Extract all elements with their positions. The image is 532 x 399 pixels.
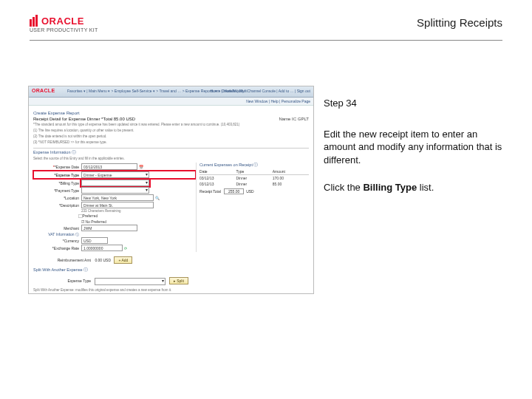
- label-merchant: Merchant: [64, 226, 79, 231]
- receipt-total-value: 255.00: [224, 188, 244, 194]
- app-subbar: New Window | Help | Personalize Page: [29, 98, 313, 106]
- th-type: Type: [236, 169, 272, 174]
- currency-field[interactable]: USD: [81, 237, 108, 244]
- row-payment-type: *Payment Type: [33, 187, 196, 194]
- window-links[interactable]: New Window | Help | Personalize Page: [29, 98, 313, 105]
- app-screenshot: ORACLE Favorites ▾ | Main Menu ▾ > Emplo…: [28, 86, 314, 294]
- step-label: Step 34: [324, 97, 504, 110]
- split-button[interactable]: ▸ Split: [169, 277, 188, 284]
- label-billing-type: *Billing Type: [59, 181, 79, 185]
- label-payment-type: *Payment Type: [54, 188, 79, 193]
- instruction-panel: Step 34 Edit the new receipt item to ent…: [324, 97, 504, 209]
- note-4: (3) *NOT REIMBURSED >> for this expense …: [33, 140, 309, 145]
- exchange-rate-field[interactable]: 1.00000000: [81, 245, 123, 251]
- split-footnote: Split With Another Expense: modifies thi…: [33, 288, 309, 292]
- expense-type-field[interactable]: Dinner - Expense: [81, 171, 149, 178]
- split-type-label: Expense Type: [33, 279, 94, 283]
- nonpreferred-checkbox[interactable]: ☑ No Preferred: [81, 219, 106, 224]
- form-right-column: Current Expenses on Receipt ⓘ Date Type …: [196, 163, 309, 252]
- preferred-checkbox[interactable]: ⃞ Preferred: [81, 214, 98, 219]
- th-date: Date: [200, 169, 236, 174]
- receipt-title: Receipt Detail for Expense Dinner *Total…: [33, 117, 309, 121]
- label-expense-type: *Expense Type: [54, 173, 79, 177]
- reimbursement-row: Reimbursement Amt 0.00 USD + Add: [33, 256, 309, 264]
- action-prefix: Click the: [324, 182, 363, 193]
- current-expenses-header: Current Expenses on Receipt ⓘ: [200, 163, 309, 168]
- label-description: *Description: [59, 203, 79, 208]
- row-chars-remaining: 233 Characters Remaining: [33, 209, 196, 213]
- brand-subtitle: USER PRODUCTIVITY KIT: [30, 27, 98, 33]
- payment-type-field[interactable]: [81, 187, 149, 194]
- receipt-total-label: Receipt Total: [200, 189, 221, 194]
- report-name: Name IC GPLT: [279, 117, 309, 121]
- row-billing-type: *Billing Type: [33, 180, 196, 186]
- app-topbar: ORACLE Favorites ▾ | Main Menu ▾ > Emplo…: [29, 86, 313, 98]
- reimb-label: Reimbursement Amt: [33, 258, 94, 262]
- label-currency: *Currency: [63, 239, 79, 243]
- description-field[interactable]: Dinner at Main St.: [81, 202, 154, 208]
- label-location: *Location: [64, 196, 79, 200]
- note-3: (2) The date entered is not within the o…: [33, 134, 309, 139]
- table-header: Date Type Amount: [200, 169, 309, 175]
- lookup-icon[interactable]: 🔍: [155, 196, 160, 200]
- calendar-icon[interactable]: 📅: [139, 165, 143, 169]
- reimb-value: 0.00 USD: [95, 258, 111, 262]
- instruction-body: Edit the new receipt item to enter an am…: [324, 128, 504, 167]
- billing-type-field[interactable]: [81, 180, 149, 186]
- row-currency: *Currency USD: [33, 237, 196, 244]
- row-exchange-rate: *Exchange Rate 1.00000000 ⟳: [33, 245, 196, 251]
- row-description: *Description Dinner at Main St.: [33, 202, 196, 208]
- row-expense-type: *Expense Type Dinner - Expense: [33, 171, 196, 179]
- form-left-column: **Expense Date 03/12/2013 📅 *Expense Typ…: [33, 163, 196, 252]
- expense-info-header: Expense Information ⓘ: [33, 148, 309, 155]
- receipt-total-ccy: USD: [246, 189, 254, 194]
- split-header: Split With Another Expense ⓘ: [33, 267, 309, 273]
- expense-date-field[interactable]: 03/12/2013: [81, 163, 137, 170]
- vat-link[interactable]: VAT Information ⓘ: [33, 232, 81, 236]
- row-vat: VAT Information ⓘ: [33, 232, 196, 236]
- oracle-logo: ORACLE USER PRODUCTIVITY KIT: [30, 13, 98, 33]
- chars-remaining: 233 Characters Remaining: [81, 209, 121, 213]
- topbar-links[interactable]: Home | Worklist | MultiChannel Console |…: [211, 89, 310, 93]
- header-rule: [30, 40, 502, 41]
- receipt-total-row: Receipt Total 255.00 USD: [200, 189, 309, 194]
- rate-icon[interactable]: ⟳: [124, 246, 127, 250]
- note-1: *The standard amount for this type of ex…: [33, 123, 309, 127]
- app-logo: ORACLE: [32, 88, 55, 93]
- split-row: Expense Type ▸ Split: [33, 277, 309, 285]
- add-button[interactable]: + Add: [114, 256, 132, 264]
- table-row[interactable]: 03/12/13 Dinner 170.00: [200, 175, 309, 181]
- section-heading: Create Expense Report: [33, 111, 309, 115]
- table-row[interactable]: 03/12/13 Dinner 85.00: [200, 181, 309, 187]
- action-target: Billing Type: [363, 182, 417, 193]
- location-field[interactable]: New York, New York: [81, 194, 154, 201]
- row-preferred: ⃞ Preferred: [33, 214, 196, 219]
- receipt-title-text: Receipt Detail for Expense Dinner *Total…: [33, 117, 135, 121]
- row-expense-date: **Expense Date 03/12/2013 📅: [33, 163, 196, 170]
- page-title: Splitting Receipts: [417, 16, 502, 29]
- instruction-action: Click the Billing Type list.: [324, 181, 504, 194]
- split-expense-type-field[interactable]: [95, 278, 166, 285]
- brand-name: ORACLE: [41, 16, 84, 27]
- action-suffix: list.: [417, 182, 434, 193]
- expenses-table: Date Type Amount 03/12/13 Dinner 170.00 …: [200, 169, 309, 194]
- row-merchant: Merchant JWM: [33, 225, 196, 231]
- label-exchange-rate: *Exchange Rate: [52, 246, 79, 250]
- merchant-field[interactable]: JWM: [81, 225, 137, 231]
- expense-info-hint: Select the source of this Entry and fill…: [33, 157, 309, 161]
- row-location: *Location New York, New York 🔍: [33, 194, 196, 201]
- note-2: (1) The line requires a location, quanti…: [33, 129, 309, 133]
- th-amount: Amount: [273, 169, 309, 174]
- row-nonpreferred: ☑ No Preferred: [33, 219, 196, 224]
- label-expense-date: *Expense Date: [55, 165, 79, 169]
